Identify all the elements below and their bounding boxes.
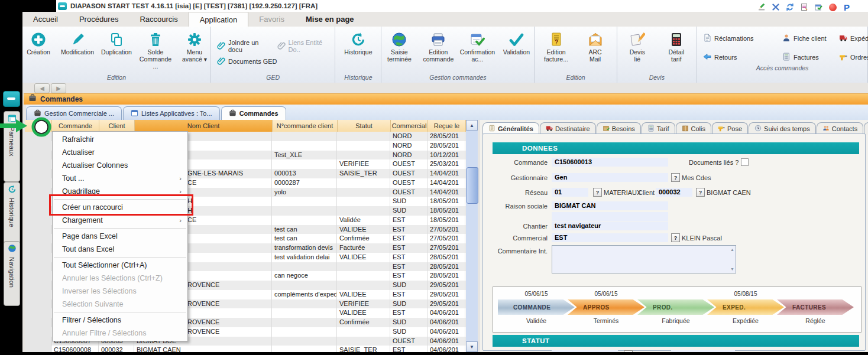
row-selector[interactable] [25,188,51,197]
menu-avancé-button[interactable]: Menu avancé ▾ [176,30,213,64]
raison-sociale-field[interactable]: BIGMAT CAN [552,201,668,210]
row-selector[interactable] [25,234,51,243]
historique-button[interactable]: Historique [339,30,377,57]
commentaire-textarea[interactable]: ▲ ▼ [552,245,736,273]
menu-item-raccourcis[interactable]: Raccourcis [129,12,188,27]
row-selector[interactable] [25,308,51,318]
solde-commande-button[interactable]: Solde Commande ... [137,30,174,71]
panel-tab-pose[interactable]: Pose [712,122,748,135]
tab-listes-applicatives-to[interactable]: Listes Applicatives : To... [123,106,220,120]
context-menu-item-rafraîchir[interactable]: Rafraîchir [53,133,187,146]
row-selector[interactable] [25,151,51,160]
row-selector[interactable] [25,206,51,216]
confirmation-ac-button[interactable]: Confirmation ac... [458,30,496,64]
edit-pencil-icon[interactable] [757,2,766,12]
menu-item-procédures[interactable]: Procédures [69,12,129,27]
window-tab-bar[interactable]: Commandes [24,93,868,105]
reseau-field[interactable]: 01 [552,188,588,197]
row-selector[interactable] [25,281,51,290]
edition-commande-button[interactable]: Edition commande [419,30,457,64]
commande-field[interactable]: C150600013 [552,158,668,167]
chantier-field[interactable]: test navigateur [552,222,668,230]
modification-button[interactable]: Modification [59,30,96,57]
arc-mail-button[interactable]: ARC Mail [576,30,614,64]
record-icon[interactable] [828,2,837,12]
row-selector[interactable] [25,318,51,327]
row-selector[interactable] [25,253,51,262]
réclamations-button[interactable]: Réclamations [703,31,780,45]
panel-tab-tarif[interactable]: Tarif [642,122,675,135]
joindre-un-docu-button[interactable]: Joindre un docu [217,39,269,53]
gestionnaire-field[interactable]: Gen [552,173,668,182]
row-selector[interactable] [25,327,51,337]
context-menu-item-tout-dans-excel[interactable]: Tout dans Excel [53,243,187,256]
menu-item-mise-en-page[interactable]: Mise en page [295,12,365,27]
scroll-down-icon[interactable]: ▼ [730,267,734,271]
calendar-check-small-icon[interactable] [814,2,823,12]
column-header-nom-client[interactable]: Nom Client [135,120,273,132]
context-menu-item-page-dans-excel[interactable]: Page dans Excel [53,230,187,243]
duplication-button[interactable]: Duplication [98,30,135,57]
client-help-button[interactable]: ? [696,188,705,197]
reseau-help-button[interactable]: ? [593,188,602,197]
column-header-reçue-le[interactable]: Reçue le [428,120,466,132]
context-menu-item-tout[interactable]: Tout ...› [53,172,187,185]
panel-tab-contacts[interactable]: Contacts [817,122,863,135]
column-header-commercial[interactable]: Commercial [391,120,428,132]
close-x-icon[interactable] [771,2,780,12]
context-menu-item-filtrer-sélections[interactable]: Filtrer / Sélections [53,314,187,327]
sidebar-collapse-button[interactable] [3,91,20,107]
documents-ged-button[interactable]: Documents GED [217,57,277,66]
sidebar-tab-navigation[interactable]: Navigation [4,241,20,306]
row-selector[interactable] [25,216,51,225]
menu-item-accueil[interactable]: Accueil [22,12,69,27]
panel-tab-qui-quand[interactable]: Qui, quand ? [864,122,868,135]
column-header-n-commande-client[interactable]: N°commande client [273,120,338,132]
documents-lies-checkbox[interactable] [741,158,749,166]
row-selector[interactable] [25,243,51,253]
row-selector[interactable] [25,262,51,272]
row-selector[interactable] [25,299,51,309]
table-scrollbar[interactable]: ▲ ▼ [466,120,478,353]
panel-tab-généralités[interactable]: Généralités [482,122,539,135]
context-menu-item-actualiser[interactable]: Actualiser [53,146,187,159]
row-selector[interactable] [25,290,51,299]
refresh-icon[interactable] [785,2,795,12]
validation-button[interactable]: Validation [497,30,535,57]
raison-sociale-field-2[interactable] [552,212,668,221]
row-selector[interactable] [25,169,51,178]
panel-tab-colis[interactable]: Colis [676,122,711,135]
row-selector[interactable] [25,159,51,169]
row-selector[interactable] [25,197,51,206]
création-button[interactable]: Création [20,30,57,57]
retours-button[interactable]: Retours [703,50,780,64]
back-arrow-button[interactable]: ◀ [34,83,50,93]
context-menu-item-tout-sélectionner-ctrl-a[interactable]: Tout Sélectionner (Ctrl+A) [53,259,187,272]
panel-tab-destinataire[interactable]: Destinataire [540,122,596,135]
scrollbar-thumb[interactable] [467,167,478,204]
row-selector[interactable] [25,225,51,235]
commercial-field[interactable]: EST [552,233,668,242]
fiche-client-button[interactable]: Fiche client [782,31,837,45]
scrollbar-up-arrow[interactable]: ▲ [466,120,478,131]
expéditions-button[interactable]: Expéditions [839,31,868,45]
panel-tab-suivi-des-temps[interactable]: Suivi des temps [749,122,816,135]
column-header-commande[interactable]: Commande [52,120,99,132]
panel-tab-besoins[interactable]: Besoins [597,122,641,135]
context-menu-item-actualiser-colonnes[interactable]: Actualiser Colonnes [53,159,187,172]
edition-facture-button[interactable]: ?Edition facture... [537,30,575,64]
notes-icon[interactable] [799,2,809,12]
row-selector[interactable] [25,337,51,346]
menu-item-favoris[interactable]: Favoris [248,12,295,27]
sidebar-tab-historique[interactable]: Historique [4,182,20,244]
client-field[interactable]: 000032 [656,188,692,197]
forward-arrow-button[interactable]: ▶ [51,83,66,93]
column-header-client[interactable]: Client [99,120,135,132]
row-selector[interactable] [25,141,51,151]
menu-item-application[interactable]: Application [189,12,249,27]
devis-lié-button[interactable]: Devis lié [618,30,656,64]
détail-tarif-button[interactable]: Détail tarif [658,30,695,64]
context-menu-item-chargement[interactable]: Chargement› [53,214,187,227]
scrollbar-down-arrow[interactable]: ▼ [466,341,478,352]
column-header-statut[interactable]: Statut [338,120,391,132]
